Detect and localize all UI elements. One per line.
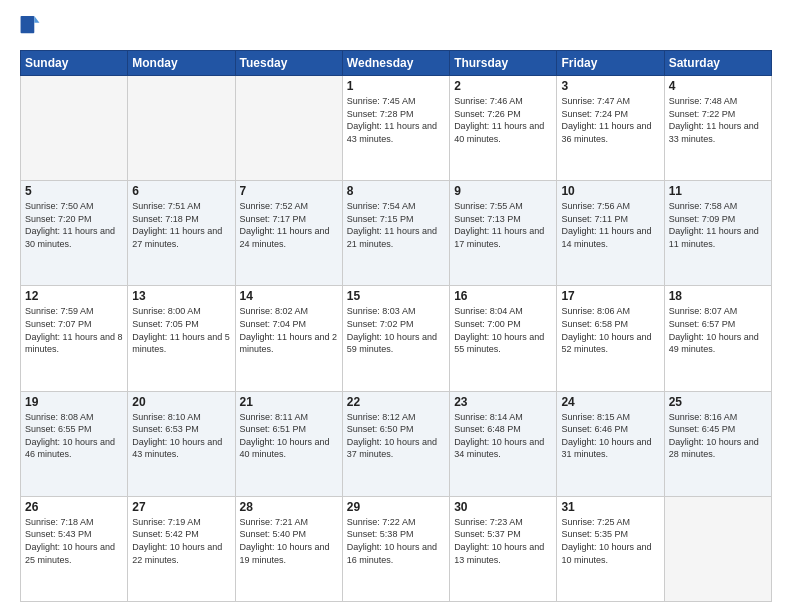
- day-number: 18: [669, 289, 767, 303]
- weekday-header-friday: Friday: [557, 51, 664, 76]
- calendar-day-cell: 15Sunrise: 8:03 AMSunset: 7:02 PMDayligh…: [342, 286, 449, 391]
- day-number: 14: [240, 289, 338, 303]
- calendar-day-cell: 23Sunrise: 8:14 AMSunset: 6:48 PMDayligh…: [450, 391, 557, 496]
- day-number: 17: [561, 289, 659, 303]
- day-info: Sunrise: 7:23 AMSunset: 5:37 PMDaylight:…: [454, 516, 552, 566]
- day-info: Sunrise: 7:51 AMSunset: 7:18 PMDaylight:…: [132, 200, 230, 250]
- calendar-day-cell: 24Sunrise: 8:15 AMSunset: 6:46 PMDayligh…: [557, 391, 664, 496]
- calendar-day-cell: 12Sunrise: 7:59 AMSunset: 7:07 PMDayligh…: [21, 286, 128, 391]
- day-info: Sunrise: 7:54 AMSunset: 7:15 PMDaylight:…: [347, 200, 445, 250]
- day-info: Sunrise: 8:06 AMSunset: 6:58 PMDaylight:…: [561, 305, 659, 355]
- day-info: Sunrise: 7:46 AMSunset: 7:26 PMDaylight:…: [454, 95, 552, 145]
- day-info: Sunrise: 7:52 AMSunset: 7:17 PMDaylight:…: [240, 200, 338, 250]
- day-info: Sunrise: 8:04 AMSunset: 7:00 PMDaylight:…: [454, 305, 552, 355]
- day-number: 24: [561, 395, 659, 409]
- day-number: 19: [25, 395, 123, 409]
- calendar-day-cell: 22Sunrise: 8:12 AMSunset: 6:50 PMDayligh…: [342, 391, 449, 496]
- calendar-day-cell: 29Sunrise: 7:22 AMSunset: 5:38 PMDayligh…: [342, 496, 449, 601]
- day-number: 21: [240, 395, 338, 409]
- calendar-day-cell: 21Sunrise: 8:11 AMSunset: 6:51 PMDayligh…: [235, 391, 342, 496]
- svg-rect-0: [21, 16, 35, 33]
- day-info: Sunrise: 7:45 AMSunset: 7:28 PMDaylight:…: [347, 95, 445, 145]
- day-info: Sunrise: 8:02 AMSunset: 7:04 PMDaylight:…: [240, 305, 338, 355]
- day-number: 20: [132, 395, 230, 409]
- weekday-header-row: SundayMondayTuesdayWednesdayThursdayFrid…: [21, 51, 772, 76]
- header: [20, 16, 772, 40]
- calendar-table: SundayMondayTuesdayWednesdayThursdayFrid…: [20, 50, 772, 602]
- page: SundayMondayTuesdayWednesdayThursdayFrid…: [0, 0, 792, 612]
- day-number: 10: [561, 184, 659, 198]
- day-info: Sunrise: 8:14 AMSunset: 6:48 PMDaylight:…: [454, 411, 552, 461]
- day-number: 12: [25, 289, 123, 303]
- day-info: Sunrise: 7:25 AMSunset: 5:35 PMDaylight:…: [561, 516, 659, 566]
- day-info: Sunrise: 8:10 AMSunset: 6:53 PMDaylight:…: [132, 411, 230, 461]
- calendar-day-cell: 30Sunrise: 7:23 AMSunset: 5:37 PMDayligh…: [450, 496, 557, 601]
- day-info: Sunrise: 8:16 AMSunset: 6:45 PMDaylight:…: [669, 411, 767, 461]
- day-info: Sunrise: 7:22 AMSunset: 5:38 PMDaylight:…: [347, 516, 445, 566]
- calendar-day-cell: 14Sunrise: 8:02 AMSunset: 7:04 PMDayligh…: [235, 286, 342, 391]
- calendar-day-cell: 2Sunrise: 7:46 AMSunset: 7:26 PMDaylight…: [450, 76, 557, 181]
- day-number: 26: [25, 500, 123, 514]
- calendar-week-row: 1Sunrise: 7:45 AMSunset: 7:28 PMDaylight…: [21, 76, 772, 181]
- calendar-day-cell: [664, 496, 771, 601]
- day-number: 31: [561, 500, 659, 514]
- day-info: Sunrise: 7:56 AMSunset: 7:11 PMDaylight:…: [561, 200, 659, 250]
- weekday-header-sunday: Sunday: [21, 51, 128, 76]
- svg-marker-1: [34, 16, 39, 23]
- day-info: Sunrise: 8:03 AMSunset: 7:02 PMDaylight:…: [347, 305, 445, 355]
- day-number: 7: [240, 184, 338, 198]
- day-info: Sunrise: 8:11 AMSunset: 6:51 PMDaylight:…: [240, 411, 338, 461]
- calendar-day-cell: 8Sunrise: 7:54 AMSunset: 7:15 PMDaylight…: [342, 181, 449, 286]
- calendar-day-cell: 5Sunrise: 7:50 AMSunset: 7:20 PMDaylight…: [21, 181, 128, 286]
- calendar-day-cell: 11Sunrise: 7:58 AMSunset: 7:09 PMDayligh…: [664, 181, 771, 286]
- weekday-header-monday: Monday: [128, 51, 235, 76]
- calendar-day-cell: 26Sunrise: 7:18 AMSunset: 5:43 PMDayligh…: [21, 496, 128, 601]
- day-info: Sunrise: 7:50 AMSunset: 7:20 PMDaylight:…: [25, 200, 123, 250]
- calendar-day-cell: 6Sunrise: 7:51 AMSunset: 7:18 PMDaylight…: [128, 181, 235, 286]
- day-number: 5: [25, 184, 123, 198]
- calendar-day-cell: 9Sunrise: 7:55 AMSunset: 7:13 PMDaylight…: [450, 181, 557, 286]
- calendar-day-cell: 19Sunrise: 8:08 AMSunset: 6:55 PMDayligh…: [21, 391, 128, 496]
- weekday-header-saturday: Saturday: [664, 51, 771, 76]
- day-number: 3: [561, 79, 659, 93]
- day-info: Sunrise: 8:08 AMSunset: 6:55 PMDaylight:…: [25, 411, 123, 461]
- day-number: 23: [454, 395, 552, 409]
- day-number: 25: [669, 395, 767, 409]
- day-number: 29: [347, 500, 445, 514]
- calendar-day-cell: 7Sunrise: 7:52 AMSunset: 7:17 PMDaylight…: [235, 181, 342, 286]
- day-number: 9: [454, 184, 552, 198]
- calendar-day-cell: 3Sunrise: 7:47 AMSunset: 7:24 PMDaylight…: [557, 76, 664, 181]
- calendar-day-cell: [235, 76, 342, 181]
- calendar-day-cell: 25Sunrise: 8:16 AMSunset: 6:45 PMDayligh…: [664, 391, 771, 496]
- day-number: 30: [454, 500, 552, 514]
- day-number: 22: [347, 395, 445, 409]
- day-info: Sunrise: 7:19 AMSunset: 5:42 PMDaylight:…: [132, 516, 230, 566]
- day-info: Sunrise: 7:18 AMSunset: 5:43 PMDaylight:…: [25, 516, 123, 566]
- calendar-day-cell: [128, 76, 235, 181]
- calendar-day-cell: 18Sunrise: 8:07 AMSunset: 6:57 PMDayligh…: [664, 286, 771, 391]
- calendar-day-cell: 16Sunrise: 8:04 AMSunset: 7:00 PMDayligh…: [450, 286, 557, 391]
- day-number: 27: [132, 500, 230, 514]
- calendar-week-row: 26Sunrise: 7:18 AMSunset: 5:43 PMDayligh…: [21, 496, 772, 601]
- day-number: 11: [669, 184, 767, 198]
- day-number: 13: [132, 289, 230, 303]
- calendar-week-row: 19Sunrise: 8:08 AMSunset: 6:55 PMDayligh…: [21, 391, 772, 496]
- day-info: Sunrise: 8:00 AMSunset: 7:05 PMDaylight:…: [132, 305, 230, 355]
- day-info: Sunrise: 8:07 AMSunset: 6:57 PMDaylight:…: [669, 305, 767, 355]
- calendar-week-row: 12Sunrise: 7:59 AMSunset: 7:07 PMDayligh…: [21, 286, 772, 391]
- day-number: 15: [347, 289, 445, 303]
- day-info: Sunrise: 7:58 AMSunset: 7:09 PMDaylight:…: [669, 200, 767, 250]
- day-number: 4: [669, 79, 767, 93]
- day-info: Sunrise: 8:12 AMSunset: 6:50 PMDaylight:…: [347, 411, 445, 461]
- day-number: 8: [347, 184, 445, 198]
- weekday-header-tuesday: Tuesday: [235, 51, 342, 76]
- day-info: Sunrise: 7:48 AMSunset: 7:22 PMDaylight:…: [669, 95, 767, 145]
- calendar-day-cell: 27Sunrise: 7:19 AMSunset: 5:42 PMDayligh…: [128, 496, 235, 601]
- calendar-day-cell: 31Sunrise: 7:25 AMSunset: 5:35 PMDayligh…: [557, 496, 664, 601]
- calendar-day-cell: 13Sunrise: 8:00 AMSunset: 7:05 PMDayligh…: [128, 286, 235, 391]
- day-number: 16: [454, 289, 552, 303]
- day-info: Sunrise: 7:59 AMSunset: 7:07 PMDaylight:…: [25, 305, 123, 355]
- calendar-day-cell: 4Sunrise: 7:48 AMSunset: 7:22 PMDaylight…: [664, 76, 771, 181]
- logo: [20, 16, 42, 40]
- calendar-day-cell: 17Sunrise: 8:06 AMSunset: 6:58 PMDayligh…: [557, 286, 664, 391]
